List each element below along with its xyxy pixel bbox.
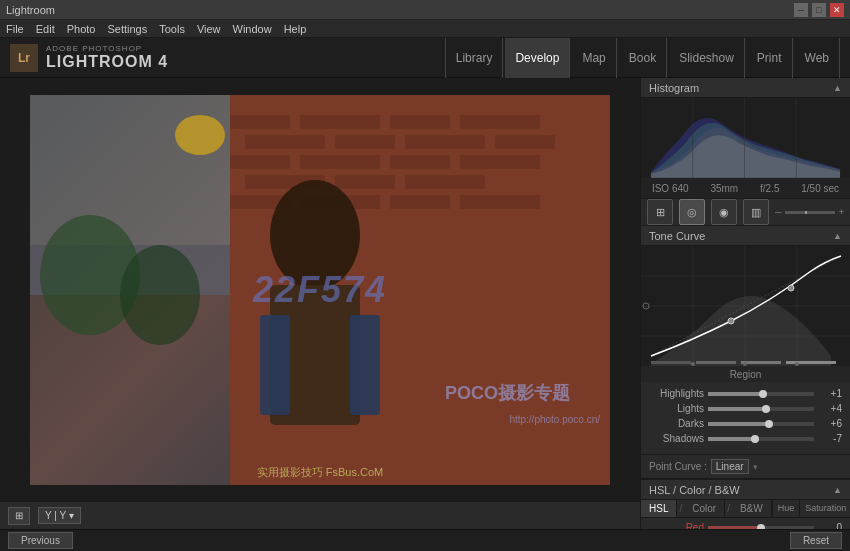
close-button[interactable]: ✕ [830,3,844,17]
menu-help[interactable]: Help [284,23,307,35]
tone-curve-header[interactable]: Tone Curve ▲ [641,226,850,246]
shadows-thumb [751,435,759,443]
redeye-tool[interactable]: ◉ [711,199,737,225]
lights-thumb [762,405,770,413]
nav-tabs: Library Develop Map Book Slideshow Print… [445,38,840,78]
tools-row: ⊞ ◎ ◉ ▥ ─ + [641,199,850,226]
svg-point-49 [795,362,799,366]
darks-slider[interactable] [708,422,814,426]
right-panel: Histogram ▲ [640,78,850,529]
tab-book[interactable]: Book [619,38,667,78]
tone-curve-sliders: Highlights +1 Lights +4 [641,382,850,454]
bottom-nav: Previous Reset [0,529,850,551]
previous-button[interactable]: Previous [8,532,73,549]
adobe-text: ADOBE PHOTOSHOP [46,44,168,53]
photo-image: 22F574 POCO摄影专题 http://photo.poco.cn/ 实用… [30,95,610,485]
highlights-row: Highlights +1 [649,388,842,399]
dropdown-arrow: ▾ [69,510,74,521]
view-dropdown[interactable]: Y | Y ▾ [38,507,81,524]
grad-filter-tool[interactable]: ▥ [743,199,769,225]
hsl-red-thumb [757,524,765,530]
window-controls: ─ □ ✕ [794,3,844,17]
view-dropdown-label: Y | Y [45,510,66,521]
tab-map[interactable]: Map [572,38,616,78]
shutter-info: 1/50 sec [801,183,839,194]
minimize-button[interactable]: ─ [794,3,808,17]
crop-tool[interactable]: ⊞ [647,199,673,225]
menubar: File Edit Photo Settings Tools View Wind… [0,20,850,38]
maximize-button[interactable]: □ [812,3,826,17]
highlights-label: Highlights [649,388,704,399]
menu-tools[interactable]: Tools [159,23,185,35]
histogram-arrow: ▲ [833,83,842,93]
histogram-section: Histogram ▲ [641,78,850,199]
titlebar: Lightroom ─ □ ✕ [0,0,850,20]
shadows-label: Shadows [649,433,704,444]
highlights-fill [708,392,763,396]
menu-view[interactable]: View [197,23,221,35]
menu-edit[interactable]: Edit [36,23,55,35]
svg-rect-25 [350,315,380,415]
tools-slider-area: ─ + [775,207,844,217]
svg-rect-9 [405,135,485,149]
watermark-url: http://photo.poco.cn/ [509,414,600,425]
hsl-tab-bw[interactable]: B&W [732,500,772,517]
point-curve-dropdown[interactable]: Linear [711,459,749,474]
point-curve-label: Point Curve : [649,461,707,472]
slider-max: + [839,207,844,217]
spot-heal-tool[interactable]: ◎ [679,199,705,225]
darks-fill [708,422,769,426]
photo-toolbar: ⊞ Y | Y ▾ [0,501,640,529]
lights-value: +4 [818,403,842,414]
svg-rect-4 [300,115,380,129]
svg-rect-46 [786,361,836,364]
tab-web[interactable]: Web [795,38,840,78]
shadows-fill [708,437,755,441]
hsl-header[interactable]: HSL / Color / B&W ▲ [641,480,850,500]
shadows-slider[interactable] [708,437,814,441]
histogram-header[interactable]: Histogram ▲ [641,78,850,98]
svg-rect-5 [390,115,450,129]
svg-rect-8 [335,135,395,149]
svg-rect-14 [460,155,540,169]
shadows-row: Shadows -7 [649,433,842,444]
view-mode-button[interactable]: ⊞ [8,507,30,525]
svg-rect-17 [405,175,485,189]
hsl-divider2: / [725,500,732,517]
tab-slideshow[interactable]: Slideshow [669,38,745,78]
hsl-red-slider[interactable] [708,526,814,530]
shadows-value: -7 [818,433,842,444]
hsl-red-fill [708,526,761,530]
hsl-content: Red 0 Orange 0 [641,518,850,529]
svg-rect-21 [460,195,540,209]
tab-develop[interactable]: Develop [505,38,570,78]
menu-window[interactable]: Window [233,23,272,35]
hsl-title: HSL / Color / B&W [649,484,740,496]
hsl-red-label: Red [649,522,704,529]
menu-settings[interactable]: Settings [107,23,147,35]
svg-rect-12 [300,155,380,169]
tools-slider[interactable] [785,211,834,214]
darks-row: Darks +6 [649,418,842,429]
tab-library[interactable]: Library [445,38,504,78]
hsl-arrow: ▲ [833,485,842,495]
hsl-divider1: / [677,500,684,517]
tone-curve-canvas [641,246,850,366]
hsl-sub-hue[interactable]: Hue [773,500,801,517]
tools-slider-track [805,211,807,214]
lights-slider[interactable] [708,407,814,411]
lights-row: Lights +4 [649,403,842,414]
hsl-sub-saturation[interactable]: Saturation [800,500,850,517]
reset-button[interactable]: Reset [790,532,842,549]
hsl-tab-color[interactable]: Color [684,500,725,517]
watermark-poco: POCO摄影专题 [445,381,570,405]
hsl-tab-hsl[interactable]: HSL [641,500,677,517]
svg-rect-16 [335,175,395,189]
menu-photo[interactable]: Photo [67,23,96,35]
hsl-red-value: 0 [818,522,842,529]
svg-rect-7 [245,135,325,149]
menu-file[interactable]: File [6,23,24,35]
tab-print[interactable]: Print [747,38,793,78]
watermark-bottom: 实用摄影技巧 FsBus.CoM [257,465,384,480]
highlights-slider[interactable] [708,392,814,396]
